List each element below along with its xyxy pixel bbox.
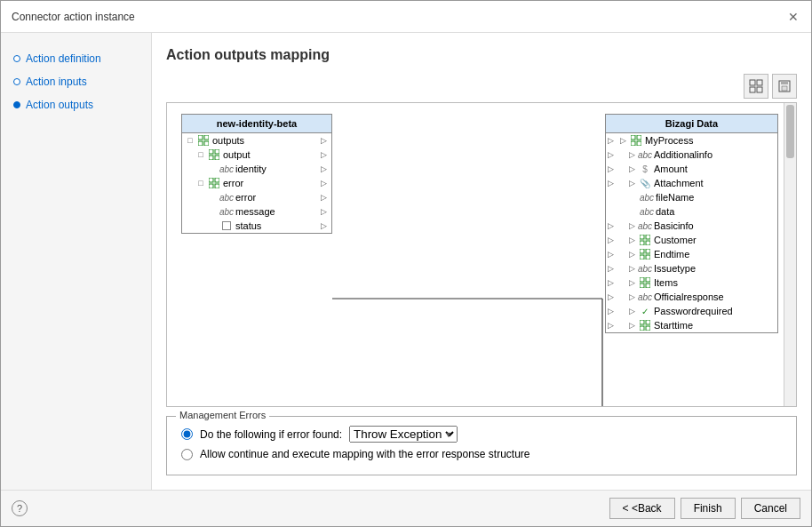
- port-icon[interactable]: ▷: [319, 207, 328, 216]
- node-label: error: [223, 178, 243, 188]
- svg-rect-32: [646, 277, 650, 282]
- tree-node: ▷ ▷ Customer: [606, 233, 777, 247]
- expand-icon[interactable]: ▷: [625, 150, 638, 159]
- svg-rect-22: [637, 141, 641, 146]
- port-icon[interactable]: ▷: [319, 179, 328, 188]
- settings-toolbar-button[interactable]: [744, 74, 768, 99]
- port-icon[interactable]: ▷: [606, 307, 615, 315]
- expand-icon[interactable]: ▷: [625, 307, 638, 315]
- tree-node: status ▷: [182, 219, 331, 233]
- expand-icon[interactable]: □: [195, 150, 207, 159]
- sidebar-item-action-definition[interactable]: Action definition: [10, 51, 142, 67]
- expand-icon[interactable]: □: [184, 136, 196, 145]
- port-icon[interactable]: ▷: [606, 250, 615, 259]
- error-option2-label: Allow continue and execute mapping with …: [200, 448, 530, 460]
- node-label: Passwordrequired: [654, 306, 733, 316]
- svg-rect-11: [209, 149, 213, 154]
- svg-rect-30: [646, 255, 650, 260]
- tree-node: ▷ ▷ abc Officialresponse: [606, 290, 777, 304]
- expand-icon[interactable]: ▷: [625, 179, 638, 188]
- settings-icon: [749, 79, 763, 93]
- port-icon[interactable]: ▷: [319, 150, 328, 159]
- port-icon[interactable]: ▷: [606, 236, 615, 244]
- svg-rect-37: [640, 326, 644, 331]
- scroll-thumb[interactable]: [786, 105, 794, 158]
- tree-node: ▷ ▷ abc Additionalinfo: [606, 148, 777, 162]
- node-label: message: [235, 206, 275, 217]
- finish-button[interactable]: Finish: [681, 498, 736, 519]
- dialog-footer: ? < <Back Finish Cancel: [1, 490, 811, 526]
- tree-node: ▷ ▷ MyProcess: [606, 133, 777, 148]
- svg-rect-0: [750, 80, 755, 85]
- abc-icon: abc: [638, 220, 652, 232]
- svg-rect-17: [209, 184, 213, 188]
- save-toolbar-button[interactable]: [772, 74, 797, 99]
- port-icon[interactable]: ▷: [606, 278, 615, 287]
- cancel-button[interactable]: Cancel: [741, 498, 800, 519]
- svg-rect-19: [631, 135, 635, 140]
- port-icon[interactable]: ▷: [606, 221, 615, 230]
- svg-rect-1: [757, 80, 762, 85]
- back-button[interactable]: < <Back: [609, 498, 675, 519]
- expand-icon[interactable]: ▷: [625, 164, 638, 173]
- expand-icon[interactable]: ▷: [625, 264, 638, 273]
- node-label: fileName: [656, 192, 694, 203]
- error-radio-continue[interactable]: [181, 449, 193, 460]
- svg-rect-38: [646, 326, 650, 331]
- expand-icon[interactable]: □: [195, 179, 207, 188]
- close-button[interactable]: ✕: [786, 10, 800, 24]
- port-icon[interactable]: ▷: [606, 179, 615, 188]
- port-icon[interactable]: ▷: [606, 164, 615, 173]
- error-radio-throw[interactable]: [181, 428, 193, 440]
- svg-rect-13: [209, 156, 213, 160]
- expand-icon[interactable]: ▷: [625, 278, 638, 287]
- help-button[interactable]: ?: [12, 500, 28, 516]
- port-icon[interactable]: ▷: [606, 150, 615, 159]
- abc-icon: abc: [638, 291, 652, 303]
- sidebar-item-action-outputs[interactable]: Action outputs: [10, 97, 142, 113]
- tree-node: abc message ▷: [182, 204, 331, 219]
- svg-rect-27: [640, 249, 644, 253]
- expand-icon[interactable]: ▷: [625, 292, 638, 301]
- abc-icon: abc: [638, 148, 652, 161]
- error-option-continue: Allow continue and execute mapping with …: [181, 448, 782, 460]
- dialog: Connector action instance ✕ Action defin…: [0, 0, 812, 527]
- vertical-scrollbar[interactable]: [784, 103, 796, 406]
- node-label: Additionalinfo: [654, 149, 712, 160]
- expand-icon[interactable]: ▷: [625, 321, 638, 330]
- svg-rect-9: [198, 141, 203, 146]
- expand-icon[interactable]: ▷: [625, 250, 638, 259]
- mapping-toolbar: [166, 74, 797, 99]
- port-icon[interactable]: ▷: [606, 136, 615, 145]
- svg-rect-6: [782, 86, 787, 91]
- expand-icon[interactable]: ▷: [625, 236, 638, 244]
- throw-exception-dropdown[interactable]: Throw Exception Continue Ignore: [349, 426, 458, 443]
- tree-node: abc data: [606, 204, 777, 219]
- svg-rect-8: [204, 135, 209, 140]
- port-icon[interactable]: ▷: [319, 164, 328, 173]
- dollar-icon: $: [638, 163, 652, 175]
- expand-icon[interactable]: ▷: [617, 136, 629, 145]
- port-icon[interactable]: ▷: [319, 221, 328, 230]
- check-icon: ✓: [638, 305, 652, 317]
- sidebar-item-label: Action inputs: [26, 76, 87, 88]
- svg-rect-28: [646, 249, 650, 253]
- svg-rect-7: [198, 135, 203, 140]
- port-icon[interactable]: ▷: [319, 136, 328, 145]
- node-label: Customer: [654, 235, 697, 245]
- svg-rect-15: [209, 178, 213, 182]
- expand-icon[interactable]: ▷: [625, 221, 638, 230]
- right-box-title: Bizagi Data: [606, 115, 777, 133]
- svg-rect-21: [631, 141, 635, 146]
- svg-rect-3: [757, 87, 762, 92]
- node-label: MyProcess: [645, 135, 693, 146]
- svg-rect-26: [646, 241, 650, 245]
- port-icon[interactable]: ▷: [606, 321, 615, 330]
- port-icon[interactable]: ▷: [606, 292, 615, 301]
- grid-icon: [196, 134, 211, 147]
- svg-rect-36: [646, 320, 650, 324]
- port-icon[interactable]: ▷: [319, 193, 328, 202]
- node-label: outputs: [212, 135, 244, 146]
- port-icon[interactable]: ▷: [606, 264, 615, 273]
- sidebar-item-action-inputs[interactable]: Action inputs: [10, 74, 142, 90]
